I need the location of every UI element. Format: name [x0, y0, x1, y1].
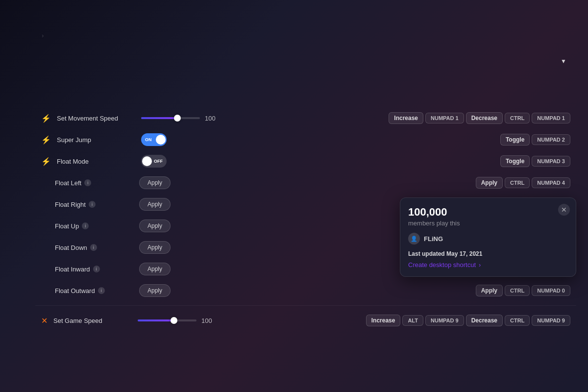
cheat-row-set-movement-speed: ⚡ Set Movement Speed 100 Increase — [35, 107, 576, 129]
numpad3-chip[interactable]: NUMPAD 3 — [532, 156, 570, 167]
cheat-name-float-mode: Float Mode — [57, 158, 135, 165]
cheat-name-float-right: Float Right i — [55, 201, 133, 208]
keybinds-super-jump: Toggle NUMPAD 2 — [500, 134, 570, 146]
cheat-name-float-up: Float Up i — [55, 222, 133, 230]
numpad0-chip[interactable]: NUMPAD 0 — [532, 285, 570, 296]
keybinds-float-mode: Toggle NUMPAD 3 — [500, 155, 570, 167]
keybinds-game-speed: Increase ALT NUMPAD 9 Decrease CTRL NUMP… — [366, 315, 570, 326]
apply-float-inward[interactable]: Apply — [139, 263, 171, 275]
cheat-name-movement-speed: Set Movement Speed — [57, 115, 135, 122]
numpad4-chip[interactable]: NUMPAD 4 — [532, 177, 570, 188]
shortcut-arrow-icon: › — [479, 261, 481, 269]
slider-game-speed: 100 — [138, 317, 216, 324]
popup-card: ✕ 100,000 members play this 👤 FLiNG Last… — [400, 197, 576, 277]
cheat-name-float-outward: Float Outward i — [55, 287, 133, 294]
cheat-name-float-inward: Float Inward i — [55, 266, 133, 273]
slider-track[interactable] — [141, 117, 200, 119]
apply-float-down[interactable]: Apply — [139, 241, 171, 254]
apply-float-right[interactable]: Apply — [139, 198, 171, 211]
increase-button[interactable]: Increase — [389, 112, 423, 124]
ctrl-float-outward[interactable]: CTRL — [505, 285, 530, 296]
control-float-outward: Apply — [139, 284, 470, 297]
numpad1b-chip[interactable]: NUMPAD 1 — [532, 113, 570, 123]
apply-float-up[interactable]: Apply — [139, 220, 171, 232]
popup-date: May 17, 2021 — [446, 250, 482, 257]
toggle-knob-float — [142, 156, 152, 166]
lightning-icon-jump: ⚡ — [41, 135, 51, 145]
apply-float-outward-key[interactable]: Apply — [476, 285, 503, 296]
keybinds-float-left: Apply CTRL NUMPAD 4 — [476, 177, 570, 189]
toggle-super-jump-btn[interactable]: Toggle — [500, 134, 530, 146]
numpad9-chip[interactable]: NUMPAD 9 — [425, 315, 464, 326]
decrease-speed-btn[interactable]: Decrease — [466, 315, 503, 326]
info-circle-float-right[interactable]: i — [89, 201, 96, 208]
chevron-down-icon: ▼ — [561, 58, 566, 65]
keybinds-movement-speed: Increase NUMPAD 1 Decrease CTRL NUMPAD 1 — [389, 112, 570, 124]
cheat-name-float-down: Float Down i — [55, 244, 133, 251]
ctrl-float-left[interactable]: CTRL — [505, 177, 530, 188]
cheat-name-float-left: Float Left i — [55, 179, 133, 187]
x-icon-speed: ✕ — [41, 316, 48, 325]
numpad1-chip[interactable]: NUMPAD 1 — [425, 113, 464, 123]
cheat-row-super-jump: ⚡ Super Jump ON Toggle NUMPAD 2 — [35, 129, 576, 150]
cheat-name-super-jump: Super Jump — [57, 136, 135, 144]
toggle-on-label: ON — [145, 137, 152, 142]
slider-movement-speed: 100 — [141, 115, 220, 122]
toggle-float-mode-btn[interactable]: Toggle — [500, 155, 530, 167]
create-shortcut-link[interactable]: Create desktop shortcut › — [408, 261, 568, 269]
popup-author: 👤 FLiNG — [408, 233, 568, 245]
cheat-row-float-mode: ⚡ Float Mode OFF Toggle NUMPAD 3 — [35, 150, 576, 172]
info-circle-float-inward[interactable]: i — [93, 266, 100, 272]
popup-members-count: 100,000 — [408, 206, 568, 219]
toggle-off-label: OFF — [154, 159, 163, 164]
slider-thumb-speed[interactable] — [171, 317, 177, 324]
popup-members-label: members play this — [408, 220, 568, 227]
cheat-row-float-outward: Float Outward i Apply Apply CTRL NUMPAD … — [35, 280, 576, 301]
slider-track-speed[interactable] — [138, 319, 196, 321]
lightning-icon-float: ⚡ — [41, 157, 51, 166]
keybinds-float-outward: Apply CTRL NUMPAD 0 — [476, 285, 570, 296]
slider-thumb[interactable] — [174, 115, 181, 122]
increase-speed-btn[interactable]: Increase — [366, 315, 401, 326]
cheat-group-speed: ✕ Set Game Speed 100 Increase — [35, 310, 576, 331]
ctrl-chip-movement[interactable]: CTRL — [505, 113, 530, 123]
slider-value-speed: 100 — [201, 317, 216, 324]
author-name: FLiNG — [424, 235, 443, 243]
toggle-knob — [156, 135, 166, 145]
control-movement-speed: 100 — [141, 115, 383, 122]
info-circle-float-down[interactable]: i — [90, 244, 97, 251]
lightning-icon-movement: ⚡ — [41, 114, 51, 123]
control-float-mode: OFF — [141, 155, 494, 168]
main-content: 👤 Player ⚡ Set Movement Speed — [0, 99, 588, 392]
popup-close-button[interactable]: ✕ — [558, 204, 570, 216]
info-circle-float-outward[interactable]: i — [98, 287, 105, 294]
breadcrumb-separator: › — [42, 32, 44, 39]
numpad9b-chip[interactable]: NUMPAD 9 — [532, 315, 570, 326]
author-avatar: 👤 — [408, 233, 420, 245]
cheat-name-game-speed: Set Game Speed — [53, 317, 132, 324]
slider-fill-speed — [138, 319, 174, 321]
ctrl7-chip[interactable]: CTRL — [505, 315, 530, 326]
apply-float-left[interactable]: Apply — [139, 176, 171, 189]
apply-float-outward[interactable]: Apply — [139, 284, 171, 297]
info-circle-float-up[interactable]: i — [82, 222, 89, 229]
alt-chip[interactable]: ALT — [402, 315, 423, 326]
cheat-row-set-game-speed: ✕ Set Game Speed 100 Increase — [35, 310, 576, 331]
toggle-super-jump[interactable]: ON — [141, 133, 167, 146]
app-container: W 🔍 Home My games Explore Creators W WeM… — [0, 0, 588, 392]
decrease-button[interactable]: Decrease — [466, 112, 503, 124]
apply-float-left-key[interactable]: Apply — [476, 177, 503, 189]
cheat-row-float-left: Float Left i Apply Apply CTRL NUMPAD 4 — [35, 172, 576, 194]
numpad2-chip[interactable]: NUMPAD 2 — [532, 134, 570, 145]
slider-fill — [141, 117, 177, 119]
toggle-float-mode[interactable]: OFF — [141, 155, 167, 168]
control-super-jump: ON — [141, 133, 494, 146]
control-float-left: Apply — [139, 176, 470, 189]
cheats-panel: ⚡ Set Movement Speed 100 Increase — [24, 99, 588, 392]
popup-updated: Last updated May 17, 2021 — [408, 250, 568, 257]
slider-value-movement: 100 — [205, 115, 220, 122]
group-separator — [35, 305, 576, 306]
control-game-speed: 100 — [138, 317, 360, 324]
info-circle-float-left[interactable]: i — [84, 179, 91, 186]
